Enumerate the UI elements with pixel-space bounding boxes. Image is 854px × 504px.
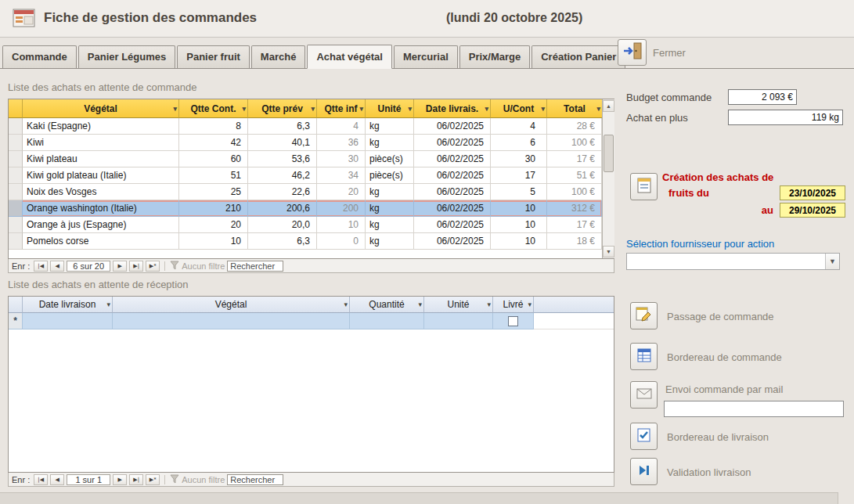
column-header-vegetal[interactable]: Végétal▾: [23, 99, 179, 118]
orders-cell[interactable]: kg: [366, 217, 414, 233]
nav-next-button[interactable]: ▶: [113, 474, 127, 485]
nav-next-button[interactable]: ▶: [113, 261, 127, 272]
orders-cell[interactable]: 22,6: [248, 184, 317, 200]
orders-cell[interactable]: 30: [317, 151, 366, 167]
orders-vertical-scrollbar[interactable]: ▲ ▼: [602, 99, 614, 258]
orders-cell[interactable]: Kaki (Espagne): [23, 118, 179, 135]
scrollbar-thumb[interactable]: [604, 135, 614, 172]
orders-cell[interactable]: pièce(s): [366, 151, 414, 167]
orders-table-row[interactable]: Kaki (Espagne)86,34kg06/02/2025428 €: [9, 118, 602, 135]
nav-first-button[interactable]: |◀: [34, 474, 48, 485]
column-header-unite[interactable]: Unité▾: [424, 297, 493, 313]
row-selector[interactable]: [9, 167, 23, 184]
orders-cell[interactable]: 6,3: [248, 233, 317, 250]
orders-cell[interactable]: 10: [491, 200, 547, 217]
column-dropdown-icon[interactable]: ▾: [596, 105, 600, 113]
tab-panier-fruit[interactable]: Panier fruit: [177, 45, 250, 68]
column-header-unite[interactable]: Unité▾: [366, 99, 414, 118]
column-dropdown-icon[interactable]: ▾: [528, 301, 531, 308]
cell-livre[interactable]: [493, 313, 534, 329]
combo-dropdown-button[interactable]: ▼: [825, 254, 839, 269]
orders-search-input[interactable]: [227, 261, 283, 272]
tab-panier-legumes[interactable]: Panier Légumes: [78, 45, 175, 68]
column-header-qtte-prev[interactable]: Qtte prév▾: [248, 99, 317, 118]
new-record-selector[interactable]: *: [9, 313, 23, 329]
orders-table-row[interactable]: Pomelos corse106,30kg06/02/20251018 €: [9, 233, 602, 250]
nav-prev-button[interactable]: ◀: [50, 261, 64, 272]
nav-last-button[interactable]: ▶|: [129, 474, 143, 485]
orders-cell[interactable]: kg: [366, 233, 414, 250]
nav-last-button[interactable]: ▶|: [129, 261, 143, 272]
receptions-search-input[interactable]: [227, 474, 283, 485]
row-selector[interactable]: [9, 200, 23, 217]
orders-cell[interactable]: 6,3: [248, 118, 317, 135]
orders-cell[interactable]: Kiwi gold plateau (Italie): [23, 167, 179, 184]
orders-cell[interactable]: Noix des Vosges: [23, 184, 179, 200]
orders-cell[interactable]: 17: [491, 167, 547, 184]
scroll-down-icon[interactable]: ▼: [603, 246, 614, 257]
orders-cell[interactable]: 10: [179, 233, 248, 250]
column-dropdown-icon[interactable]: ▾: [541, 105, 545, 113]
orders-cell[interactable]: 312 €: [547, 200, 602, 217]
orders-cell[interactable]: Orange washington (Italie): [23, 200, 179, 217]
orders-table-row[interactable]: Kiwi gold plateau (Italie)5146,234pièce(…: [9, 167, 602, 184]
orders-cell[interactable]: 100 €: [547, 184, 602, 200]
orders-cell[interactable]: 17 €: [547, 217, 602, 233]
column-dropdown-icon[interactable]: ▾: [359, 105, 363, 113]
orders-cell[interactable]: 10: [317, 217, 366, 233]
orders-table-row[interactable]: Kiwi plateau6053,630pièce(s)06/02/202530…: [9, 151, 602, 167]
nav-new-record-button[interactable]: ▶*: [146, 474, 160, 485]
orders-cell[interactable]: 06/02/2025: [414, 217, 491, 233]
nav-new-record-button[interactable]: ▶*: [146, 261, 160, 272]
orders-cell[interactable]: 0: [317, 233, 366, 250]
orders-cell[interactable]: 42: [179, 135, 248, 151]
cell-date-livraison[interactable]: [23, 313, 113, 329]
extra-purchase-value-field[interactable]: 119 kg: [728, 110, 843, 125]
orders-table-row[interactable]: Noix des Vosges2522,620kg06/02/20255100 …: [9, 184, 602, 200]
orders-cell[interactable]: pièce(s): [366, 167, 414, 184]
orders-cell[interactable]: 06/02/2025: [414, 135, 491, 151]
column-dropdown-icon[interactable]: ▾: [106, 301, 110, 308]
column-header-date-livrais[interactable]: Date livrais.▾: [414, 99, 491, 118]
column-dropdown-icon[interactable]: ▾: [311, 105, 315, 113]
row-selector[interactable]: [9, 217, 23, 233]
column-header-quantite[interactable]: Quantité▾: [350, 297, 424, 313]
column-dropdown-icon[interactable]: ▾: [173, 105, 177, 113]
orders-cell[interactable]: 18 €: [547, 233, 602, 250]
tab-creation-panier[interactable]: Création Panier: [531, 45, 625, 68]
row-selector[interactable]: [9, 151, 23, 167]
new-record-row[interactable]: *: [9, 313, 614, 329]
orders-cell[interactable]: Kiwi: [23, 135, 179, 151]
scroll-up-icon[interactable]: ▲: [603, 100, 614, 112]
tab-achat-vegetal[interactable]: Achat végétal: [307, 45, 392, 69]
orders-cell[interactable]: 6: [491, 135, 547, 151]
orders-cell[interactable]: 06/02/2025: [414, 118, 491, 135]
orders-cell[interactable]: kg: [366, 135, 414, 151]
orders-cell[interactable]: 210: [179, 200, 248, 217]
row-selector[interactable]: [9, 118, 23, 135]
orders-cell[interactable]: 5: [491, 184, 547, 200]
select-all-corner[interactable]: [9, 99, 23, 118]
record-position[interactable]: 6 sur 20: [67, 261, 110, 272]
column-dropdown-icon[interactable]: ▾: [242, 105, 246, 113]
cell-unite[interactable]: [424, 313, 493, 329]
tab-prix-marge[interactable]: Prix/Marge: [459, 45, 530, 68]
filter-status-label[interactable]: Aucun filtre: [182, 261, 225, 271]
orders-cell[interactable]: 34: [317, 167, 366, 184]
tab-commande[interactable]: Commande: [2, 45, 77, 68]
orders-cell[interactable]: Orange à jus (Espagne): [23, 217, 179, 233]
column-header-qtte-inf[interactable]: Qtte inf▾: [317, 99, 366, 118]
filter-status-label[interactable]: Aucun filtre: [182, 475, 225, 484]
column-header-u-cont[interactable]: U/Cont▾: [491, 99, 547, 118]
validation-livraison-button[interactable]: [630, 458, 658, 485]
close-form-button[interactable]: [618, 39, 647, 66]
orders-cell[interactable]: 51 €: [547, 167, 602, 184]
orders-cell[interactable]: Kiwi plateau: [23, 151, 179, 167]
orders-cell[interactable]: 40,1: [248, 135, 317, 151]
column-dropdown-icon[interactable]: ▾: [485, 105, 488, 113]
orders-table-row[interactable]: Orange à jus (Espagne)2020,010kg06/02/20…: [9, 217, 602, 233]
orders-cell[interactable]: 10: [491, 217, 547, 233]
orders-table-row[interactable]: Orange washington (Italie)210200,6200kg0…: [9, 200, 602, 217]
orders-cell[interactable]: 20,0: [248, 217, 317, 233]
cell-quantite[interactable]: [350, 313, 424, 329]
